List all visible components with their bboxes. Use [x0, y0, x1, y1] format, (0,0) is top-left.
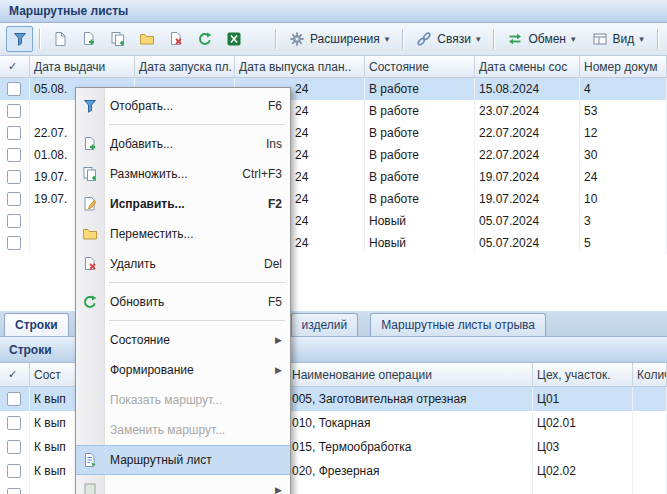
copy-document-button[interactable] [104, 26, 131, 52]
menu-item-label: Показать маршрут... [104, 393, 282, 407]
column-header-quantity[interactable]: Колич [633, 363, 667, 386]
menu-separator [76, 317, 290, 325]
cell-state: В работе [365, 144, 475, 166]
excel-export-button[interactable] [220, 26, 247, 52]
cell-quantity [633, 387, 667, 411]
add-document-button[interactable] [75, 26, 102, 52]
add-doc-icon [76, 136, 104, 152]
new-doc-icon [52, 31, 68, 47]
view-label: Вид [613, 32, 635, 46]
tab-products[interactable]: изделий [291, 313, 359, 336]
check-mark-icon: ✓ [8, 60, 17, 73]
delete-doc-icon [168, 31, 184, 47]
cell-doc-number: 4 [580, 78, 667, 100]
cell-state-change-date: 05.07.2024 [475, 232, 580, 254]
refresh-button[interactable] [191, 26, 218, 52]
tab-tear-off-route-sheets[interactable]: Маршрутные листы отрыва [370, 313, 546, 336]
menu-item-refresh[interactable]: Обновить F5 [76, 287, 290, 317]
row-checkbox[interactable] [7, 126, 21, 140]
menu-item-forming-submenu[interactable]: Формирование ▶ [76, 355, 290, 385]
menu-item-state-submenu[interactable]: Состояние ▶ [76, 325, 290, 355]
column-header-operation[interactable]: Наименование операции [288, 363, 533, 386]
row-checkbox[interactable] [7, 192, 21, 206]
move-button[interactable] [133, 26, 160, 52]
cell-state-change-date: 22.07.2024 [475, 122, 580, 144]
menu-item-shortcut: Del [264, 257, 282, 271]
cell-state: В работе [365, 188, 475, 210]
cell-quantity [633, 435, 667, 459]
cell-operation: 015, Термообработка [288, 435, 533, 459]
cell-state-change-date: 23.07.2024 [475, 100, 580, 122]
cell-operation: 020, Фрезерная [288, 459, 533, 483]
row-checkbox[interactable] [7, 214, 21, 228]
toolbar-separator [39, 29, 40, 49]
menu-item-edit[interactable]: Исправить... F2 [76, 189, 290, 219]
row-checkbox[interactable] [7, 236, 21, 250]
column-header-check[interactable]: ✓ [0, 56, 30, 77]
menu-item-partial[interactable]: ▶ [76, 475, 290, 494]
cell-doc-number: 12 [580, 122, 667, 144]
cell-state: В работе [365, 78, 475, 100]
menu-item-show-route: Показать маршрут... [76, 385, 290, 415]
menu-item-move[interactable]: Переместить... [76, 219, 290, 249]
row-checkbox[interactable] [7, 82, 21, 96]
row-checkbox[interactable] [7, 440, 21, 454]
menu-item-filter[interactable]: Отобрать... F6 [76, 91, 290, 121]
menu-item-shortcut: F6 [268, 99, 282, 113]
column-header-state-change-date[interactable]: Дата смены сос [475, 56, 580, 77]
tab-lines[interactable]: Строки [4, 313, 69, 336]
cell-state-change-date: 05.07.2024 [475, 210, 580, 232]
cell-operation: 010, Токарная [288, 411, 533, 435]
refresh-icon [76, 294, 104, 310]
exchange-dropdown[interactable]: Обмен ▾ [500, 28, 582, 50]
column-header-plan-release-date[interactable]: Дата выпуска план.. [235, 56, 365, 77]
menu-item-duplicate[interactable]: Размножить... Ctrl+F3 [76, 159, 290, 189]
column-header-doc-number[interactable]: Номер докум [580, 56, 667, 77]
open-folder-icon [76, 226, 104, 242]
menu-item-route-sheet[interactable]: Маршрутный лист [76, 445, 290, 475]
cell-operation: 005, Заготовительная отрезная [288, 387, 533, 411]
column-header-workshop[interactable]: Цех, участок. [533, 363, 633, 386]
cell-doc-number: 24 [580, 166, 667, 188]
menu-item-shortcut: Ins [266, 137, 282, 151]
cell-doc-number: 10 [580, 188, 667, 210]
menu-item-label: Размножить... [104, 167, 230, 181]
row-checkbox[interactable] [7, 148, 21, 162]
cell-operation [288, 483, 533, 494]
menu-item-label: Переместить... [104, 227, 270, 241]
tab-label: изделий [302, 318, 348, 332]
row-checkbox[interactable] [7, 488, 21, 494]
column-header-launch-date[interactable]: Дата запуска пл. [135, 56, 235, 77]
menu-item-label: Отобрать... [104, 99, 256, 113]
exchange-icon [507, 31, 523, 47]
filter-icon [76, 98, 104, 114]
route-sheet-icon [76, 452, 104, 468]
view-dropdown[interactable]: Вид ▾ [585, 28, 651, 50]
submenu-arrow-icon: ▶ [275, 365, 282, 375]
menu-item-delete[interactable]: Удалить Del [76, 249, 290, 279]
delete-button[interactable] [162, 26, 189, 52]
refresh-icon [197, 31, 213, 47]
menu-item-label: Удалить [104, 257, 252, 271]
row-checkbox[interactable] [7, 104, 21, 118]
menu-item-label: Состояние [104, 333, 267, 347]
column-header-state[interactable]: Состояние [365, 56, 475, 77]
column-header-issue-date[interactable]: Дата выдачи [30, 56, 135, 77]
toolbar-separator [493, 29, 494, 49]
chevron-down-icon: ▾ [476, 35, 481, 44]
row-checkbox[interactable] [7, 416, 21, 430]
cell-quantity [633, 411, 667, 435]
row-checkbox[interactable] [7, 170, 21, 184]
row-checkbox[interactable] [7, 392, 21, 406]
menu-item-add[interactable]: Добавить... Ins [76, 129, 290, 159]
column-header-check[interactable]: ✓ [0, 363, 30, 386]
cell-workshop: Ц02.01 [533, 411, 633, 435]
row-checkbox[interactable] [7, 464, 21, 478]
toolbar-separator [657, 29, 658, 49]
links-dropdown[interactable]: Связи ▾ [409, 28, 487, 50]
context-menu: Отобрать... F6 Добавить... Ins Размножит… [75, 87, 291, 494]
new-document-button[interactable] [46, 26, 73, 52]
filter-button[interactable] [6, 26, 33, 52]
extensions-dropdown[interactable]: Расширения ▾ [282, 28, 396, 50]
exchange-label: Обмен [528, 32, 566, 46]
